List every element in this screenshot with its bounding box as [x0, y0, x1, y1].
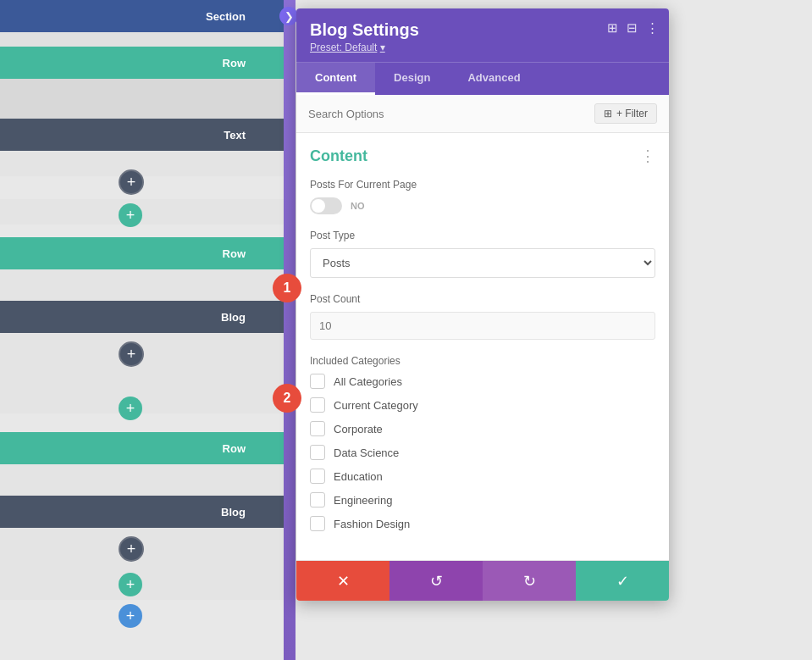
- checkbox-corporate[interactable]: [310, 421, 325, 436]
- cancel-icon: ✕: [337, 572, 350, 591]
- included-categories-label: Included Categories: [310, 355, 655, 367]
- category-label: Current Category: [334, 399, 418, 412]
- panel-header: Blog Settings Preset: Default ▾ ⊞ ⊟ ⋮: [296, 8, 669, 62]
- list-item: Engineering: [310, 492, 655, 507]
- tab-bar: Content Design Advanced: [296, 62, 669, 95]
- panel-title: Blog Settings: [310, 20, 655, 40]
- toggle-label: NO: [351, 201, 365, 211]
- builder-collapse-handle[interactable]: [284, 0, 296, 660]
- checkbox-all-categories[interactable]: [310, 374, 325, 389]
- blog-bar-2: Blog: [0, 496, 292, 528]
- content-title: Content: [310, 147, 367, 165]
- add-module-btn-2[interactable]: +: [119, 341, 144, 367]
- category-label: Education: [334, 470, 383, 483]
- posts-for-current-page-field: Posts For Current Page NO: [310, 179, 655, 214]
- checkbox-fashion-design[interactable]: [310, 516, 325, 531]
- checkbox-engineering[interactable]: [310, 492, 325, 507]
- list-item: Data Science: [310, 445, 655, 460]
- bottom-toolbar: ✕ ↺ ↻ ✓: [296, 560, 669, 601]
- category-label: Corporate: [334, 423, 383, 435]
- add-module-btn-3[interactable]: +: [119, 536, 144, 562]
- filter-button[interactable]: ⊞ + Filter: [594, 103, 657, 124]
- text-bar: Text: [0, 119, 292, 151]
- category-label: Data Science: [334, 446, 399, 459]
- included-categories-field: Included Categories All Categories Curre…: [310, 355, 655, 531]
- list-item: Corporate: [310, 421, 655, 436]
- content-section-heading: Content ⋮: [310, 147, 655, 165]
- list-item: Current Category: [310, 397, 655, 413]
- checkbox-data-science[interactable]: [310, 445, 325, 460]
- add-section-btn[interactable]: +: [119, 604, 142, 628]
- post-count-field: Post Count: [310, 293, 655, 340]
- row-bar-2: Row: [0, 237, 292, 269]
- undo-icon: ↺: [430, 572, 443, 591]
- gap7: [0, 375, 292, 413]
- collapse-arrow[interactable]: ❯: [279, 7, 298, 25]
- undo-button[interactable]: ↺: [389, 561, 483, 601]
- category-label: All Categories: [334, 375, 402, 388]
- post-count-input[interactable]: [310, 312, 655, 340]
- blog-settings-panel: Blog Settings Preset: Default ▾ ⊞ ⊟ ⋮ Co…: [296, 8, 669, 601]
- category-label: Engineering: [334, 494, 392, 507]
- panel-content: Content ⋮ Posts For Current Page NO Post…: [296, 133, 669, 560]
- step-badge-2: 2: [273, 384, 301, 413]
- post-count-label: Post Count: [310, 293, 655, 305]
- toggle-row: NO: [310, 197, 655, 214]
- blog-bar-1: Blog: [0, 301, 292, 333]
- post-type-field: Post Type Posts Pages Custom: [310, 230, 655, 278]
- split-icon[interactable]: ⊟: [627, 20, 638, 36]
- gap4: [0, 199, 292, 225]
- blog-label-2: Blog: [221, 506, 246, 519]
- row-bar-1: Row: [0, 47, 292, 79]
- section-bar: Section: [0, 0, 292, 32]
- row-bar-3: Row: [0, 432, 292, 464]
- gap1: [0, 32, 292, 47]
- gap9: [0, 528, 292, 570]
- gap3: [0, 151, 292, 176]
- redo-button[interactable]: ↻: [483, 561, 576, 601]
- more-icon[interactable]: ⋮: [646, 20, 659, 36]
- step-badge-1: 1: [273, 274, 301, 302]
- preset-arrow[interactable]: ▾: [380, 42, 385, 53]
- row-label-3: Row: [223, 442, 246, 455]
- tab-advanced[interactable]: Advanced: [449, 63, 539, 95]
- add-row-btn-2[interactable]: +: [119, 397, 142, 420]
- tab-design[interactable]: Design: [375, 63, 449, 95]
- list-item: Fashion Design: [310, 516, 655, 531]
- add-row-btn-1[interactable]: +: [119, 203, 142, 227]
- cancel-button[interactable]: ✕: [296, 561, 389, 601]
- list-item: Education: [310, 469, 655, 484]
- panel-preset: Preset: Default ▾: [310, 42, 655, 53]
- gap5: [0, 269, 292, 301]
- filter-icon: ⊞: [604, 108, 612, 119]
- toggle-switch[interactable]: [310, 197, 342, 214]
- gap10: [0, 570, 292, 600]
- blog-label-1: Blog: [221, 311, 246, 324]
- maximize-icon[interactable]: ⊞: [607, 20, 618, 36]
- row-label-2: Row: [223, 247, 246, 260]
- search-input[interactable]: [308, 108, 594, 120]
- gap2: [0, 79, 292, 119]
- category-label: Fashion Design: [334, 518, 410, 530]
- save-button[interactable]: ✓: [576, 561, 669, 601]
- categories-list: All Categories Current Category Corporat…: [310, 374, 655, 531]
- post-type-select[interactable]: Posts Pages Custom: [310, 248, 655, 278]
- section-label: Section: [206, 10, 246, 23]
- list-item: All Categories: [310, 374, 655, 389]
- search-bar: ⊞ + Filter: [296, 95, 669, 133]
- row-label-1: Row: [223, 57, 246, 69]
- checkbox-current-category[interactable]: [310, 397, 325, 413]
- content-menu-icon[interactable]: ⋮: [640, 147, 655, 165]
- text-label: Text: [224, 129, 246, 141]
- redo-icon: ↻: [523, 572, 536, 591]
- tab-content[interactable]: Content: [296, 63, 375, 95]
- posts-field-label: Posts For Current Page: [310, 179, 655, 191]
- gap6: [0, 333, 292, 375]
- post-type-label: Post Type: [310, 230, 655, 241]
- add-module-btn-1[interactable]: +: [119, 169, 144, 195]
- add-row-btn-3[interactable]: +: [119, 573, 142, 596]
- panel-header-icons: ⊞ ⊟ ⋮: [607, 20, 659, 36]
- save-icon: ✓: [616, 572, 629, 591]
- checkbox-education[interactable]: [310, 469, 325, 484]
- gap8: [0, 464, 292, 496]
